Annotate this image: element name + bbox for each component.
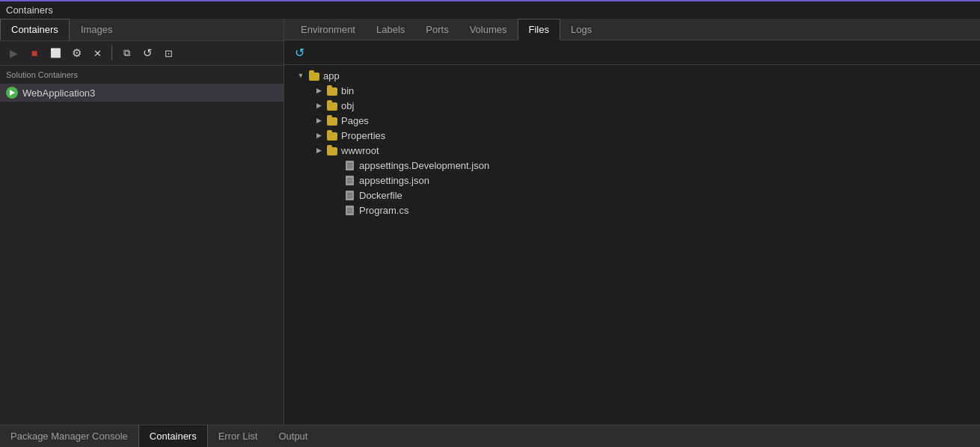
tree-item-appsettings[interactable]: appsettings.json (284, 173, 980, 188)
tree-item-program[interactable]: Program.cs (284, 203, 980, 218)
tree-label-appsettings-dev: appsettings.Development.json (359, 160, 489, 171)
delete-button[interactable]: ✕ (88, 44, 106, 62)
tree-label-pages: Pages (341, 115, 369, 126)
folder-icon-obj (326, 99, 338, 111)
right-panel: Environment Labels Ports Volumes Files L… (284, 19, 980, 425)
tree-item-bin[interactable]: bin (284, 83, 980, 98)
container-name: WebApplication3 (22, 87, 95, 99)
bottom-tab-bar: Package Manager Console Containers Error… (0, 425, 980, 447)
tab-volumes[interactable]: Volumes (459, 19, 518, 40)
start-button[interactable]: ▶ (4, 44, 22, 62)
tree-label-app: app (323, 70, 340, 81)
left-panel: Containers Images ▶ ■ ⬜ ⚙ ✕ ⧉ ↺ ⊡ Soluti… (0, 19, 284, 425)
main-area: Containers Images ▶ ■ ⬜ ⚙ ✕ ⧉ ↺ ⊡ Soluti… (0, 19, 980, 447)
stop-button[interactable]: ■ (25, 44, 43, 62)
file-tree: app bin obj Pages (284, 65, 980, 425)
tree-item-properties[interactable]: Properties (284, 128, 980, 143)
tab-environment[interactable]: Environment (290, 19, 366, 40)
file-icon-dockerfile (344, 189, 356, 201)
top-section: Containers Images ▶ ■ ⬜ ⚙ ✕ ⧉ ↺ ⊡ Soluti… (0, 19, 980, 425)
file-icon-appsettings-dev (344, 159, 356, 171)
tree-label-program: Program.cs (359, 205, 408, 216)
chevron-obj (314, 101, 323, 110)
restart-button[interactable]: ↺ (138, 44, 156, 62)
tab-files[interactable]: Files (518, 19, 560, 40)
tree-item-obj[interactable]: obj (284, 98, 980, 113)
tab-labels[interactable]: Labels (366, 19, 415, 40)
running-icon (6, 87, 18, 99)
tree-label-appsettings: appsettings.json (359, 175, 429, 186)
chevron-bin (314, 86, 323, 95)
settings-button[interactable]: ⚙ (67, 44, 85, 62)
folder-icon-bin (326, 84, 338, 96)
right-tab-bar: Environment Labels Ports Volumes Files L… (284, 19, 980, 40)
tree-label-wwwroot: wwwroot (341, 145, 379, 156)
tree-item-wwwroot[interactable]: wwwroot (284, 143, 980, 158)
bottom-tab-containers[interactable]: Containers (138, 425, 208, 447)
tree-item-pages[interactable]: Pages (284, 113, 980, 128)
tree-label-dockerfile: Dockerfile (359, 190, 402, 201)
tab-logs[interactable]: Logs (560, 19, 602, 40)
right-toolbar: ↺ (284, 40, 980, 65)
attach-button[interactable]: ⊡ (159, 44, 177, 62)
bottom-tab-error-list[interactable]: Error List (208, 425, 269, 447)
chevron-app (296, 71, 305, 80)
chevron-pages (314, 116, 323, 125)
title-bar: Containers (0, 0, 980, 19)
title-label: Containers (6, 4, 53, 16)
tree-label-obj: obj (341, 100, 354, 111)
chevron-wwwroot (314, 146, 323, 155)
folder-icon-properties (326, 129, 338, 141)
container-item-webapplication3[interactable]: WebApplication3 (0, 84, 284, 102)
file-icon-program (344, 204, 356, 216)
toolbar-separator-1 (111, 46, 112, 61)
folder-icon-wwwroot (326, 144, 338, 156)
tree-item-dockerfile[interactable]: Dockerfile (284, 188, 980, 203)
file-icon-appsettings (344, 174, 356, 186)
chevron-properties (314, 131, 323, 140)
bottom-tab-output[interactable]: Output (268, 425, 318, 447)
tab-ports[interactable]: Ports (415, 19, 459, 40)
folder-icon-pages (326, 114, 338, 126)
left-toolbar: ▶ ■ ⬜ ⚙ ✕ ⧉ ↺ ⊡ (0, 41, 284, 66)
browser-button[interactable]: ⬜ (46, 44, 64, 62)
folder-icon-app (308, 70, 320, 81)
refresh-button[interactable]: ↺ (290, 43, 308, 61)
tree-label-properties: Properties (341, 130, 385, 141)
left-tab-bar: Containers Images (0, 19, 284, 41)
bottom-tab-package-manager[interactable]: Package Manager Console (0, 425, 138, 447)
tree-label-bin: bin (341, 85, 354, 96)
section-label: Solution Containers (0, 66, 284, 84)
tab-containers[interactable]: Containers (0, 19, 70, 40)
tab-images[interactable]: Images (70, 19, 124, 40)
tree-item-appsettings-dev[interactable]: appsettings.Development.json (284, 158, 980, 173)
tree-item-app[interactable]: app (284, 68, 980, 83)
copy-button[interactable]: ⧉ (117, 44, 135, 62)
